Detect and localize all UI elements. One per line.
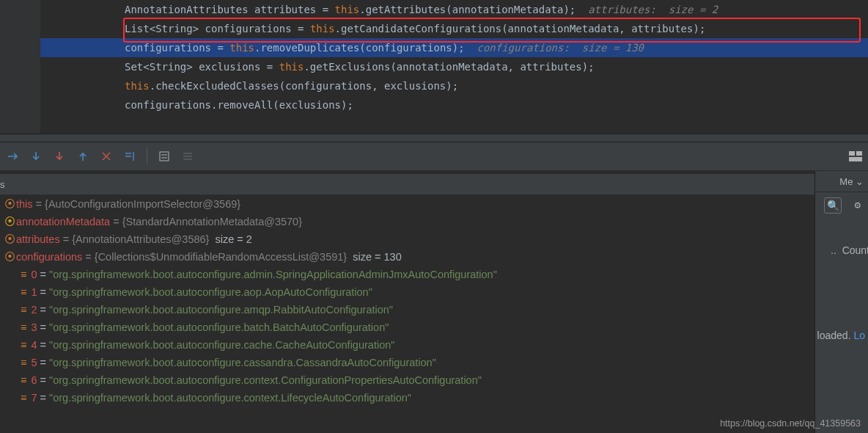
drop-frame-icon[interactable] — [100, 150, 113, 163]
code-line[interactable]: configurations.removeAll(exclusions); — [40, 95, 868, 114]
array-index: 7 — [31, 389, 37, 407]
side-panel: Me ⌄ 🔍 ⚙ .. Count loaded. Lo — [814, 171, 868, 433]
code-line[interactable]: Set<String> exclusions = this.getExclusi… — [40, 57, 868, 76]
var-name: this — [16, 195, 33, 213]
array-index: 4 — [31, 336, 37, 354]
array-index: 5 — [31, 354, 37, 371]
param-icon: ⦿ — [4, 213, 15, 230]
inline-hint: attributes: size = 2 — [575, 4, 718, 15]
array-value: "org.springframework.boot.autoconfigure.… — [49, 371, 482, 389]
array-index: 1 — [31, 283, 37, 301]
var-value: = {StandardAnnotationMetadata@3570} — [110, 213, 302, 230]
variables-panel: s ⦿this = {AutoConfigurationImportSelect… — [0, 171, 868, 433]
var-row[interactable]: ⦿this = {AutoConfigurationImportSelector… — [0, 195, 814, 213]
code-text: Set<String> exclusions = — [125, 61, 279, 73]
code-area[interactable]: AnnotationAttributes attributes = this.g… — [40, 0, 868, 114]
bullet-icon: ⦿ — [4, 248, 15, 266]
var-row[interactable]: ⦿configurations = {Collections$Unmodifia… — [0, 248, 814, 266]
code-text: .removeDuplicates(configurations); — [254, 42, 465, 54]
keyword: this — [335, 4, 360, 15]
debug-toolbar — [0, 142, 868, 171]
array-item-row[interactable]: ≡4 = "org.springframework.boot.autoconfi… — [0, 336, 814, 354]
force-step-into-icon[interactable] — [53, 150, 66, 163]
code-editor[interactable]: AnnotationAttributes attributes = this.g… — [0, 0, 868, 134]
array-item-row[interactable]: ≡1 = "org.springframework.boot.autoconfi… — [0, 283, 814, 301]
svg-rect-1 — [849, 151, 855, 156]
code-text: List<String> configurations = — [125, 23, 310, 34]
trace-icon[interactable] — [181, 150, 194, 163]
array-value: "org.springframework.boot.autoconfigure.… — [49, 319, 389, 336]
var-name: annotationMetadata — [16, 213, 110, 230]
array-icon: ≡ — [21, 336, 26, 354]
code-text: .getCandidateConfigurations(annotationMe… — [335, 23, 706, 34]
step-out-icon[interactable] — [76, 150, 89, 163]
array-icon: ≡ — [21, 371, 26, 389]
var-value: = {AnnotationAttributes@3586} — [60, 230, 216, 248]
svg-rect-2 — [856, 151, 862, 156]
array-value: "org.springframework.boot.autoconfigure.… — [49, 266, 497, 283]
code-line[interactable]: AnnotationAttributes attributes = this.g… — [40, 0, 868, 19]
array-item-row[interactable]: ≡7 = "org.springframework.boot.autoconfi… — [0, 389, 814, 407]
array-icon: ≡ — [21, 266, 26, 283]
keyword: this — [125, 80, 150, 92]
array-value: "org.springframework.boot.autoconfigure.… — [49, 301, 393, 319]
editor-gutter — [0, 0, 40, 134]
array-index: 2 — [31, 301, 37, 319]
code-line-current[interactable]: configurations = this.removeDuplicates(c… — [40, 38, 868, 57]
array-icon: ≡ — [21, 389, 26, 407]
array-value: "org.springframework.boot.autoconfigure.… — [49, 283, 372, 301]
svg-rect-3 — [849, 157, 862, 161]
bullet-icon: ⦿ — [4, 230, 15, 248]
array-item-row[interactable]: ≡5 = "org.springframework.boot.autoconfi… — [0, 354, 814, 371]
code-line[interactable]: this.checkExcludedClasses(configurations… — [40, 76, 868, 95]
array-value: "org.springframework.boot.autoconfigure.… — [49, 389, 411, 407]
array-icon: ≡ — [21, 283, 26, 301]
var-row[interactable]: ⦿attributes = {AnnotationAttributes@3586… — [0, 230, 814, 248]
var-value: = {Collections$UnmodifiableRandomAccessL… — [82, 248, 353, 266]
panel-divider[interactable] — [0, 134, 868, 142]
layout-icon[interactable] — [849, 150, 862, 163]
keyword: this — [279, 61, 304, 73]
count-header: .. Count — [831, 244, 868, 256]
code-text: AnnotationAttributes attributes = — [125, 4, 335, 15]
chevron-down-icon: ⌄ — [856, 176, 864, 187]
watermark: https://blog.csdn.net/qq_41359563 — [720, 418, 861, 429]
array-index: 3 — [31, 319, 37, 336]
inline-hint: configurations: size = 130 — [465, 42, 644, 54]
code-text: .getExclusions(annotationMetadata, attri… — [304, 61, 594, 73]
status-text: loaded. Lo — [817, 330, 865, 341]
step-into-icon[interactable] — [29, 150, 43, 163]
array-value: "org.springframework.boot.autoconfigure.… — [49, 354, 436, 371]
array-icon: ≡ — [21, 301, 26, 319]
keyword: this — [310, 23, 335, 34]
var-name: configurations — [16, 248, 82, 266]
array-item-row[interactable]: ≡6 = "org.springframework.boot.autoconfi… — [0, 371, 814, 389]
array-value: "org.springframework.boot.autoconfigure.… — [49, 336, 394, 354]
bullet-icon: ⦿ — [4, 195, 15, 213]
array-item-row[interactable]: ≡0 = "org.springframework.boot.autoconfi… — [0, 266, 814, 283]
run-to-cursor-icon[interactable] — [123, 150, 136, 163]
array-icon: ≡ — [21, 354, 26, 371]
gear-icon[interactable]: ⚙ — [855, 199, 861, 211]
evaluate-icon[interactable] — [158, 150, 171, 163]
code-text: .checkExcludedClasses(configurations, ex… — [150, 80, 458, 92]
var-value: = {AutoConfigurationImportSelector@3569} — [33, 195, 241, 213]
array-item-row[interactable]: ≡2 = "org.springframework.boot.autoconfi… — [0, 301, 814, 319]
var-row[interactable]: ⦿annotationMetadata = {StandardAnnotatio… — [0, 213, 814, 230]
memory-tab[interactable]: Me ⌄ — [815, 171, 868, 192]
svg-rect-0 — [160, 152, 169, 161]
code-text: configurations = — [125, 42, 229, 54]
step-over-icon[interactable] — [6, 150, 19, 163]
var-size: size = 2 — [216, 230, 252, 248]
array-item-row[interactable]: ≡3 = "org.springframework.boot.autoconfi… — [0, 319, 814, 336]
keyword: this — [229, 42, 254, 54]
var-size: size = 130 — [353, 248, 402, 266]
search-icon[interactable]: 🔍 — [824, 197, 842, 214]
frames-tab[interactable]: s — [0, 174, 814, 195]
code-line[interactable]: List<String> configurations = this.getCa… — [40, 19, 868, 38]
tab-label: Me — [839, 176, 853, 187]
array-index: 6 — [31, 371, 37, 389]
separator — [147, 148, 147, 164]
code-text: .getAttributes(annotationMetadata); — [359, 4, 575, 15]
variables-tree[interactable]: s ⦿this = {AutoConfigurationImportSelect… — [0, 171, 814, 433]
